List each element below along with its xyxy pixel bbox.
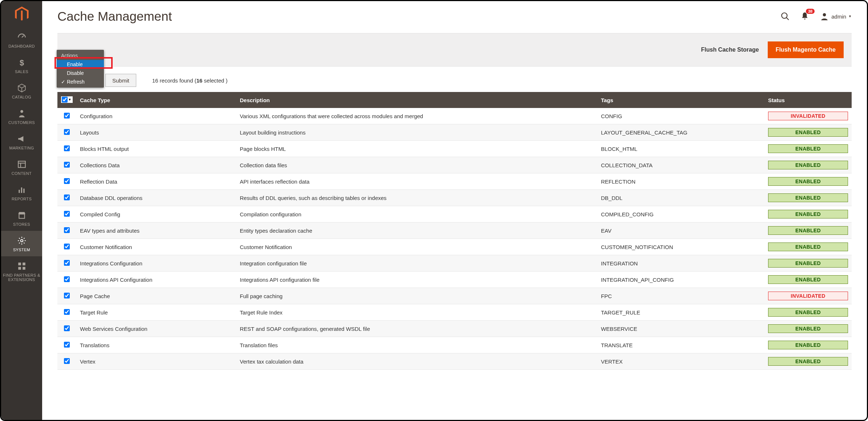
row-checkbox[interactable]: [64, 244, 70, 249]
table-row: Collections DataCollection data filesCOL…: [57, 157, 852, 173]
sidebar-item-catalog[interactable]: CATALOG: [1, 78, 42, 104]
row-checkbox[interactable]: [64, 129, 70, 135]
person-icon: [3, 109, 41, 119]
svg-rect-8: [23, 189, 24, 193]
cell-cache-type: Integrations Configuration: [76, 255, 236, 272]
status-badge: ENABLED: [768, 357, 848, 366]
status-badge: ENABLED: [768, 275, 848, 284]
sidebar-item-stores[interactable]: STORES: [1, 205, 42, 231]
cell-cache-type: EAV types and attributes: [76, 222, 236, 239]
sidebar-item-label: FIND PARTNERS & EXTENSIONS: [3, 273, 41, 282]
cell-status: ENABLED: [764, 304, 852, 321]
storefront-icon: [3, 210, 41, 221]
cell-tags: BLOCK_HTML: [597, 141, 764, 157]
sidebar-item-marketing[interactable]: MARKETING: [1, 129, 42, 155]
col-tags[interactable]: Tags: [597, 92, 764, 108]
cell-cache-type: Integrations API Configuration: [76, 272, 236, 288]
row-checkbox[interactable]: [64, 358, 70, 364]
svg-rect-13: [18, 267, 21, 270]
status-badge: ENABLED: [768, 210, 848, 218]
svg-line-0: [22, 36, 24, 37]
sidebar-item-label: SYSTEM: [3, 248, 41, 252]
table-row: Web Services ConfigurationREST and SOAP …: [57, 321, 852, 337]
cell-cache-type: Compiled Config: [76, 206, 236, 222]
table-row: TranslationsTranslation filesTRANSLATEEN…: [57, 337, 852, 353]
dropdown-item-refresh[interactable]: ✓ Refresh: [57, 77, 104, 86]
cell-status: ENABLED: [764, 337, 852, 353]
cell-tags: TRANSLATE: [597, 337, 764, 353]
cell-cache-type: Collections Data: [76, 157, 236, 173]
cell-tags: COLLECTION_DATA: [597, 157, 764, 173]
records-found-suffix: selected ): [202, 77, 227, 84]
sidebar-item-content[interactable]: CONTENT: [1, 155, 42, 180]
cell-tags: DB_DDL: [597, 190, 764, 206]
sidebar-item-label: CONTENT: [3, 171, 41, 176]
dropdown-item-enable[interactable]: Enable: [57, 60, 104, 69]
table-row: Compiled ConfigCompilation configuration…: [57, 206, 852, 222]
cell-description: Collection data files: [236, 157, 597, 173]
dropdown-title: Actions: [57, 51, 104, 60]
select-all-checkbox[interactable]: [62, 97, 68, 103]
cell-tags: LAYOUT_GENERAL_CACHE_TAG: [597, 124, 764, 141]
cube-icon: [3, 83, 41, 93]
submit-button[interactable]: Submit: [105, 74, 136, 87]
sidebar-item-label: MARKETING: [3, 146, 41, 150]
sidebar-item-system[interactable]: SYSTEM: [1, 231, 42, 256]
flush-cache-storage-button[interactable]: Flush Cache Storage: [699, 41, 761, 58]
table-row: Integrations ConfigurationIntegration co…: [57, 255, 852, 272]
cell-status: ENABLED: [764, 124, 852, 141]
records-found-count: 16: [196, 77, 202, 84]
status-badge: ENABLED: [768, 193, 848, 202]
sidebar-item-label: REPORTS: [3, 197, 41, 201]
row-checkbox[interactable]: [64, 145, 70, 151]
row-checkbox[interactable]: [64, 293, 70, 298]
account-menu[interactable]: admin ▼: [820, 12, 852, 21]
cell-description: Compilation configuration: [236, 206, 597, 222]
cell-status: ENABLED: [764, 239, 852, 255]
row-checkbox[interactable]: [64, 211, 70, 217]
svg-point-15: [782, 13, 787, 18]
row-checkbox[interactable]: [64, 178, 70, 184]
cell-description: Results of DDL queries, such as describi…: [236, 190, 597, 206]
cell-cache-type: Reflection Data: [76, 173, 236, 190]
row-checkbox[interactable]: [64, 260, 70, 266]
svg-point-2: [20, 110, 23, 113]
search-icon: [780, 12, 790, 21]
select-all-dropdown[interactable]: ▼: [68, 97, 72, 102]
cell-cache-type: Page Cache: [76, 288, 236, 304]
row-checkbox[interactable]: [64, 342, 70, 348]
cell-description: Integrations API configuration file: [236, 272, 597, 288]
row-checkbox[interactable]: [64, 325, 70, 331]
sidebar-item-find-partners-extensions[interactable]: FIND PARTNERS & EXTENSIONS: [1, 256, 42, 286]
notifications-button[interactable]: 38: [800, 12, 810, 21]
magento-logo[interactable]: [1, 1, 42, 27]
row-checkbox[interactable]: [64, 195, 70, 200]
cell-tags: REFLECTION: [597, 173, 764, 190]
row-checkbox[interactable]: [64, 113, 70, 119]
cell-cache-type: Target Rule: [76, 304, 236, 321]
flush-magento-cache-button[interactable]: Flush Magento Cache: [768, 41, 844, 58]
search-button[interactable]: [780, 12, 790, 21]
cell-cache-type: Vertex: [76, 353, 236, 370]
cell-tags: COMPILED_CONFIG: [597, 206, 764, 222]
row-checkbox[interactable]: [64, 162, 70, 168]
col-cache-type[interactable]: Cache Type: [76, 92, 236, 108]
col-description[interactable]: Description: [236, 92, 597, 108]
cell-cache-type: Database DDL operations: [76, 190, 236, 206]
sidebar-item-dashboard[interactable]: DASHBOARD: [1, 27, 42, 53]
dropdown-item-disable[interactable]: Disable: [57, 69, 104, 77]
svg-point-17: [823, 13, 826, 16]
user-icon: [820, 12, 829, 21]
status-badge: ENABLED: [768, 308, 848, 317]
sidebar-item-sales[interactable]: $SALES: [1, 53, 42, 78]
row-checkbox[interactable]: [64, 227, 70, 233]
cell-status: ENABLED: [764, 222, 852, 239]
sidebar-item-customers[interactable]: CUSTOMERS: [1, 104, 42, 129]
col-status[interactable]: Status: [764, 92, 852, 108]
row-checkbox[interactable]: [64, 276, 70, 282]
svg-text:$: $: [19, 58, 24, 67]
row-checkbox[interactable]: [64, 309, 70, 315]
check-icon: ✓: [61, 79, 65, 85]
sidebar-item-reports[interactable]: REPORTS: [1, 180, 42, 205]
cell-tags: WEBSERVICE: [597, 321, 764, 337]
